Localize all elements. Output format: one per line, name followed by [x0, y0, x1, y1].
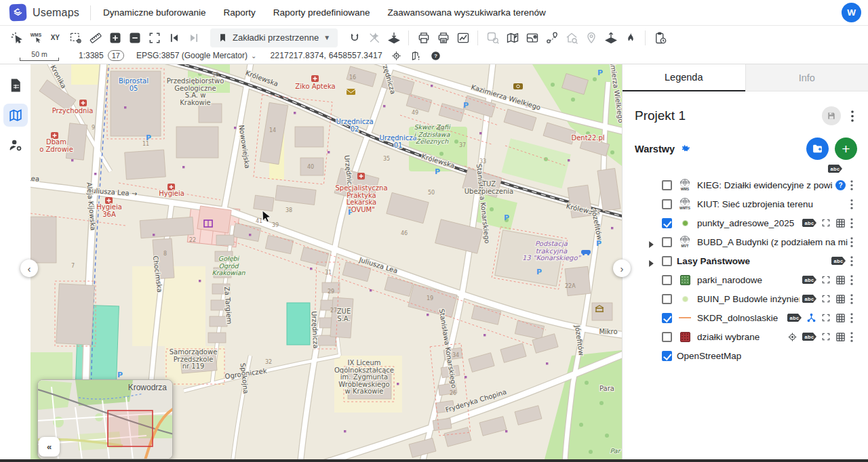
layer-row[interactable]: SKDR_dolnoslaskieabc	[635, 308, 857, 327]
abc-label-icon[interactable]: abc	[802, 295, 816, 303]
zoom-to-extent-icon[interactable]	[821, 313, 831, 322]
abc-label-icon[interactable]: abc	[787, 314, 802, 322]
zoom-out-icon[interactable]	[125, 28, 144, 47]
add-layer-button[interactable]: +	[835, 138, 857, 160]
zoom-to-extent-icon[interactable]	[821, 275, 831, 285]
layer-checkbox[interactable]	[662, 351, 672, 361]
layer-menu-icon[interactable]	[850, 218, 853, 228]
print-alt-icon[interactable]	[433, 28, 453, 47]
layer-row[interactable]: OpenStreetMap	[635, 346, 857, 365]
heatmap-icon[interactable]	[620, 28, 640, 47]
layer-checkbox[interactable]	[662, 275, 672, 285]
layer-checkbox[interactable]	[662, 199, 672, 209]
expand-arrow-icon[interactable]	[648, 257, 655, 264]
zoom-to-extent-icon[interactable]	[821, 294, 831, 303]
layer-row[interactable]: WMTSKIUT: Sieć uzbrojenia terenu	[635, 194, 857, 213]
sidebar-item-documents[interactable]	[3, 74, 28, 97]
attribute-table-icon[interactable]	[835, 313, 846, 323]
abc-label-icon[interactable]: abc	[802, 276, 816, 284]
layer-row[interactable]: MVTBUBD_A Budynki (z podziałem na miesz.…	[635, 232, 857, 251]
layer-checkbox[interactable]	[662, 218, 672, 228]
image-search-icon[interactable]	[483, 28, 502, 47]
layer-checkbox[interactable]	[662, 237, 672, 247]
pan-left-button[interactable]: ‹	[20, 259, 38, 277]
pointer-click-icon[interactable]	[7, 28, 26, 47]
previous-view-icon[interactable]	[164, 28, 184, 47]
auto-zoom-icon[interactable]	[787, 332, 797, 342]
scale-ratio[interactable]: 1:3385	[79, 51, 104, 60]
menu-raporty-predefiniowane[interactable]: Raporty predefiniowane	[273, 7, 370, 18]
layer-menu-icon[interactable]	[850, 332, 853, 342]
next-view-icon[interactable]	[184, 28, 203, 47]
layer-menu-icon[interactable]	[850, 199, 853, 209]
layer-menu-icon[interactable]	[850, 180, 853, 190]
snap-tool-disabled-icon[interactable]	[364, 28, 384, 47]
measure-icon[interactable]	[85, 28, 105, 47]
layer-row[interactable]: WMSKIEG: Działki ewidencyjne z powiató..…	[635, 175, 857, 194]
print-icon[interactable]	[414, 28, 433, 47]
add-layer-group-button[interactable]	[806, 138, 829, 160]
route-points-icon[interactable]	[542, 28, 561, 47]
wms-pointer-icon[interactable]: WMS	[26, 28, 46, 47]
layer-row[interactable]: punkty_adresowe_2025abc	[635, 213, 857, 232]
menu-zaawansowana-wyszukiwarka[interactable]: Zaawansowana wyszukiwarka terenów	[387, 7, 545, 18]
layer-row[interactable]: Lasy Państwoweabc	[635, 251, 857, 270]
layer-help-icon[interactable]: ?	[835, 180, 846, 190]
menu-raporty[interactable]: Raporty	[224, 7, 256, 18]
abc-label-icon[interactable]: abc	[802, 219, 816, 227]
crs-selector[interactable]: EPSG:3857 (Google Mercator)⌄	[136, 51, 256, 60]
attribute-table-icon[interactable]	[835, 218, 846, 228]
user-avatar[interactable]: W	[842, 3, 861, 22]
save-project-button[interactable]	[822, 106, 841, 125]
expand-arrow-icon[interactable]	[648, 238, 655, 245]
spatial-bookmarks-button[interactable]: Zakładki przestrzenne ▼	[210, 28, 338, 47]
attribute-table-icon[interactable]	[835, 294, 846, 304]
brand[interactable]: Usemaps	[9, 4, 79, 21]
layers-settings-gear-icon[interactable]	[680, 144, 691, 154]
attribute-table-icon[interactable]	[835, 332, 846, 342]
history-clipboard-icon[interactable]	[650, 28, 670, 47]
project-menu-button[interactable]	[848, 110, 857, 122]
layer-menu-icon[interactable]	[850, 313, 853, 323]
layer-checkbox[interactable]	[662, 180, 672, 190]
layer-row[interactable]: działki wybraneabc	[635, 327, 857, 346]
pan-right-button[interactable]: ›	[613, 259, 631, 277]
layer-menu-icon[interactable]	[850, 237, 853, 247]
abc-label-icon[interactable]: abc	[802, 333, 816, 341]
layer-row[interactable]: BUIN_P Budowle inżyniersk...abc	[635, 289, 857, 308]
select-rectangle-icon[interactable]	[66, 28, 85, 47]
attribute-table-icon[interactable]	[835, 275, 846, 285]
home-search-icon[interactable]	[561, 28, 581, 47]
layer-menu-icon[interactable]	[850, 256, 853, 266]
location-pin-icon[interactable]	[581, 28, 601, 47]
magnet-icon[interactable]	[344, 28, 364, 47]
tab-legenda[interactable]: Legenda	[623, 64, 745, 91]
map-route-icon[interactable]	[522, 28, 542, 47]
layer-row[interactable]: parki_narodoweabc	[635, 270, 857, 289]
chart-icon[interactable]	[453, 28, 473, 47]
map-edit-icon[interactable]	[502, 28, 522, 47]
map-issue-icon[interactable]	[410, 50, 422, 62]
zoom-extent-icon[interactable]	[144, 28, 164, 47]
zoom-to-extent-icon[interactable]	[821, 218, 831, 228]
abc-label-icon[interactable]: abc	[831, 257, 846, 265]
layer-checkbox[interactable]	[662, 294, 672, 304]
layer-checkbox[interactable]	[662, 332, 672, 342]
zoom-to-extent-icon[interactable]	[821, 332, 831, 341]
import-layer-icon[interactable]	[384, 28, 403, 47]
my-location-icon[interactable]	[391, 50, 402, 62]
layer-menu-icon[interactable]	[850, 294, 853, 304]
zoom-in-icon[interactable]	[105, 28, 125, 47]
layer-checkbox[interactable]	[662, 256, 672, 266]
layers-up-icon[interactable]	[601, 28, 620, 47]
minimap-collapse-button[interactable]: «	[39, 437, 60, 457]
help-icon[interactable]: ?	[430, 50, 441, 62]
sidebar-item-user-settings[interactable]	[3, 133, 28, 156]
xy-coordinates-icon[interactable]: XY	[46, 28, 66, 47]
labels-toggle-floating[interactable]: abc	[635, 160, 857, 174]
menu-dynamiczne-buforowanie[interactable]: Dynamiczne buforowanie	[103, 7, 206, 18]
tab-info[interactable]: Info	[745, 64, 868, 91]
layer-checkbox[interactable]	[662, 313, 672, 323]
layer-menu-icon[interactable]	[850, 275, 853, 285]
sidebar-item-map[interactable]	[3, 104, 28, 127]
